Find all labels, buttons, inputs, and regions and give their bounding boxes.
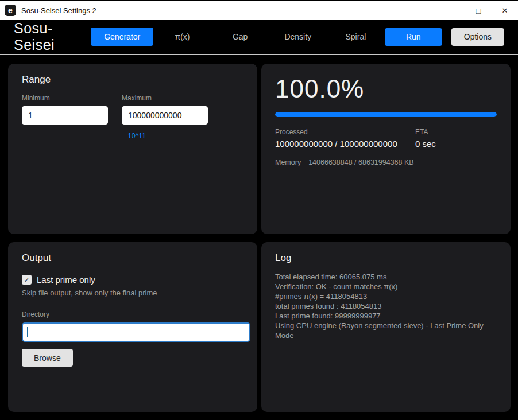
eta-value: 0 sec bbox=[415, 139, 436, 149]
processed-label: Processed bbox=[275, 128, 415, 136]
progress-bar bbox=[275, 112, 497, 117]
progress-stats: Processed 100000000000 / 100000000000 ET… bbox=[275, 128, 497, 149]
maximum-field-group: Maximum bbox=[122, 94, 208, 125]
log-line: Last prime found: 99999999977 bbox=[275, 311, 497, 321]
run-button[interactable]: Run bbox=[385, 28, 442, 46]
last-prime-only-help: Skip file output, show only the final pr… bbox=[22, 289, 243, 297]
tab-generator[interactable]: Generator bbox=[91, 28, 153, 46]
minimum-field-group: Minimum bbox=[22, 94, 108, 125]
tab-spiral[interactable]: Spiral bbox=[327, 32, 385, 41]
browse-button[interactable]: Browse bbox=[22, 349, 73, 367]
titlebar: e Sosu-Seisei Settings 2 — □ ✕ bbox=[0, 1, 518, 20]
last-prime-only-row[interactable]: ✓ Last prime only bbox=[22, 275, 243, 285]
directory-input-wrap bbox=[22, 322, 243, 342]
memory-label: Memory bbox=[275, 158, 301, 166]
progress-percent: 100.0% bbox=[275, 75, 497, 103]
range-panel: Range Minimum Maximum = 10^11 bbox=[8, 64, 257, 234]
app-icon: e bbox=[5, 5, 16, 16]
log-line: Total elapsed time: 60065.075 ms bbox=[275, 272, 497, 282]
log-line: #primes π(x) = 4118054813 bbox=[275, 291, 497, 301]
tab-density[interactable]: Density bbox=[269, 32, 327, 41]
progress-panel: 100.0% Processed 100000000000 / 10000000… bbox=[261, 64, 511, 234]
tab-gap[interactable]: Gap bbox=[211, 32, 269, 41]
eta-label: ETA bbox=[415, 128, 436, 136]
eta-stat: ETA 0 sec bbox=[415, 128, 436, 149]
processed-stat: Processed 100000000000 / 100000000000 bbox=[275, 128, 415, 149]
app-brand: Sosu-Seisei bbox=[14, 20, 91, 53]
range-title: Range bbox=[22, 74, 243, 85]
range-fields: Minimum Maximum bbox=[22, 94, 243, 125]
maximum-input[interactable] bbox=[122, 106, 208, 125]
maximize-icon[interactable]: □ bbox=[465, 1, 492, 20]
log-panel: Log Total elapsed time: 60065.075 ms Ver… bbox=[261, 242, 511, 412]
log-lines: Total elapsed time: 60065.075 ms Verific… bbox=[275, 272, 497, 340]
window-controls: — □ ✕ bbox=[439, 1, 518, 20]
processed-value: 100000000000 / 100000000000 bbox=[275, 139, 415, 149]
directory-label: Directory bbox=[22, 310, 243, 318]
text-caret bbox=[27, 327, 28, 337]
navbar: Sosu-Seisei Generator π(x) Gap Density S… bbox=[0, 20, 518, 55]
directory-input[interactable] bbox=[22, 322, 250, 342]
log-title: Log bbox=[275, 252, 497, 264]
memory-stat: Memory 14066638848 / 68631994368 KB bbox=[275, 158, 497, 166]
output-panel: Output ✓ Last prime only Skip file outpu… bbox=[8, 242, 257, 412]
app-window: e Sosu-Seisei Settings 2 — □ ✕ Sosu-Seis… bbox=[0, 0, 518, 420]
window-title: Sosu-Seisei Settings 2 bbox=[21, 6, 439, 15]
close-icon[interactable]: ✕ bbox=[492, 1, 518, 20]
tab-pi-x[interactable]: π(x) bbox=[153, 32, 211, 41]
last-prime-only-label: Last prime only bbox=[37, 275, 95, 285]
memory-value: 14066638848 / 68631994368 KB bbox=[308, 158, 414, 166]
log-line: Using CPU engine (Rayon segmented sieve)… bbox=[275, 321, 497, 340]
last-prime-only-checkbox[interactable]: ✓ bbox=[22, 275, 32, 285]
options-button[interactable]: Options bbox=[451, 28, 504, 46]
content-area: Range Minimum Maximum = 10^11 100.0% bbox=[0, 55, 518, 412]
minimum-label: Minimum bbox=[22, 94, 108, 102]
navbar-actions: Run Options bbox=[385, 28, 504, 46]
maximum-label: Maximum bbox=[122, 94, 208, 102]
minimum-input[interactable] bbox=[22, 106, 108, 125]
output-title: Output bbox=[22, 252, 243, 264]
log-line: total primes found : 4118054813 bbox=[275, 301, 497, 311]
maximum-power-hint: = 10^11 bbox=[122, 132, 243, 140]
minimize-icon[interactable]: — bbox=[439, 1, 465, 20]
log-line: Verification: OK - count matches π(x) bbox=[275, 282, 497, 291]
progress-bar-fill bbox=[275, 112, 497, 117]
